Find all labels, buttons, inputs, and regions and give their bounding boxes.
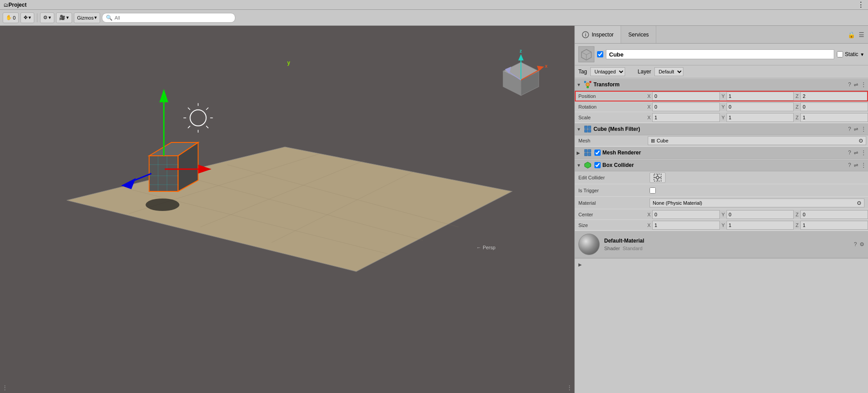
- hand-tool-btn[interactable]: ✋ 0: [3, 12, 19, 23]
- svg-marker-13: [149, 156, 178, 191]
- move-dropdown: ▾: [28, 15, 31, 20]
- material-section: Default-Material Shader Standard ? ⚙: [575, 231, 868, 258]
- expand-arrow[interactable]: ▶: [578, 262, 582, 267]
- inspector-tab-icon: i: [582, 31, 589, 38]
- shader-value: Standard: [622, 246, 642, 251]
- rotation-y-input[interactable]: [727, 102, 794, 111]
- mesh-row: Mesh ⊞ Cube ⊙: [575, 135, 868, 146]
- tab-services-label: Services: [628, 32, 649, 38]
- mesh-renderer-menu-btn[interactable]: ⋮: [861, 150, 866, 156]
- svg-rect-60: [588, 126, 591, 129]
- material-settings-btn[interactable]: ⚙: [860, 241, 864, 247]
- is-trigger-checkbox[interactable]: [650, 187, 656, 194]
- mesh-renderer-arrow[interactable]: [577, 150, 582, 155]
- edit-collider-btn[interactable]: [650, 172, 666, 183]
- search-input[interactable]: [114, 15, 231, 20]
- scale-label: Scale: [575, 115, 646, 120]
- static-dropdown-btn[interactable]: ▼: [860, 52, 864, 57]
- center-x-label: X: [646, 212, 652, 217]
- top-bar: 🗂 Project ⋮: [0, 0, 868, 10]
- expand-bottom-row: ▶: [575, 258, 868, 271]
- mesh-renderer-settings-btn[interactable]: ⇌: [854, 150, 858, 156]
- lock-btn[interactable]: 🔒: [847, 30, 856, 39]
- scene-3d[interactable]: y ← Persp z x: [0, 26, 574, 393]
- layer-select[interactable]: Default: [654, 67, 683, 76]
- size-z-input[interactable]: [800, 221, 868, 230]
- mesh-renderer-section-header: Mesh Renderer ? ⇌ ⋮: [575, 146, 868, 159]
- gizmos-btn[interactable]: Gizmos ▾: [74, 12, 100, 23]
- svg-text:← Persp: ← Persp: [476, 245, 496, 250]
- rotation-z-input[interactable]: [800, 102, 868, 111]
- camera-btn[interactable]: 🎥 ▾: [56, 12, 72, 23]
- mesh-filter-settings-btn[interactable]: ⇌: [854, 126, 858, 132]
- tab-menu-btn[interactable]: ☰: [858, 30, 865, 39]
- mesh-renderer-help-btn[interactable]: ?: [848, 150, 851, 156]
- svg-marker-67: [585, 162, 591, 168]
- rotation-label: Rotation: [575, 104, 646, 109]
- scale-y-input[interactable]: [727, 113, 794, 122]
- box-collider-enabled-checkbox[interactable]: [594, 162, 601, 168]
- tag-select[interactable]: Untagged: [590, 67, 625, 76]
- shader-row: Shader Standard: [604, 246, 849, 251]
- size-x-field: X: [646, 221, 720, 230]
- mesh-filter-title: Cube (Mesh Filter): [593, 126, 846, 132]
- tab-inspector-label: Inspector: [592, 32, 614, 38]
- physic-material-target-btn[interactable]: ⊙: [857, 200, 861, 206]
- position-z-input[interactable]: [800, 92, 868, 101]
- tools-btn[interactable]: ⚙ ▾: [40, 12, 54, 23]
- transform-menu-btn[interactable]: ⋮: [861, 81, 866, 88]
- size-values: X Y Z: [646, 221, 868, 230]
- center-z-field: Z: [794, 210, 868, 219]
- tab-inspector[interactable]: i Inspector: [575, 26, 621, 43]
- material-help-btn[interactable]: ?: [854, 241, 857, 247]
- size-z-field: Z: [794, 221, 868, 230]
- size-y-input[interactable]: [727, 221, 794, 230]
- edit-collider-row: Edit Collider: [575, 171, 868, 184]
- center-y-label: Y: [720, 212, 727, 217]
- camera-dropdown: ▾: [66, 15, 69, 20]
- transform-settings-btn[interactable]: ⇌: [854, 81, 858, 88]
- rotation-row: Rotation X Y Z: [575, 101, 868, 112]
- box-collider-help-btn[interactable]: ?: [848, 162, 851, 168]
- shader-label: Shader: [604, 246, 620, 251]
- move-tool-btn[interactable]: ✥ ▾: [20, 12, 34, 23]
- rotation-z-field: Z: [794, 102, 868, 111]
- tab-services[interactable]: Services: [621, 26, 656, 43]
- tag-label: Tag: [578, 69, 587, 75]
- center-y-input[interactable]: [727, 210, 794, 219]
- gizmos-label: Gizmos: [77, 15, 93, 20]
- rotation-z-label: Z: [794, 104, 800, 109]
- object-enabled-checkbox[interactable]: [597, 51, 603, 57]
- transform-help-btn[interactable]: ?: [848, 81, 851, 88]
- size-x-input[interactable]: [652, 221, 720, 230]
- center-z-input[interactable]: [800, 210, 868, 219]
- scale-x-field: X: [646, 113, 720, 122]
- rotation-values: X Y Z: [646, 102, 868, 111]
- scale-x-input[interactable]: [652, 113, 720, 122]
- mesh-target-btn[interactable]: ⊙: [859, 138, 863, 144]
- object-name-input[interactable]: [606, 49, 834, 59]
- transform-arrow[interactable]: [577, 82, 582, 87]
- svg-point-58: [587, 86, 589, 88]
- position-x-field: X: [646, 92, 720, 101]
- box-collider-settings-btn[interactable]: ⇌: [854, 162, 858, 168]
- mesh-icon: ⊞: [651, 138, 655, 144]
- scale-z-input[interactable]: [800, 113, 868, 122]
- mesh-filter-menu-btn[interactable]: ⋮: [861, 126, 866, 132]
- svg-text:y: y: [287, 60, 291, 66]
- object-preview-icon: [578, 46, 594, 62]
- static-checkbox[interactable]: [837, 51, 843, 57]
- center-x-input[interactable]: [652, 210, 720, 219]
- top-bar-menu-icon[interactable]: ⋮: [857, 0, 864, 9]
- rotation-x-input[interactable]: [652, 102, 720, 111]
- box-collider-arrow[interactable]: [577, 163, 582, 168]
- mesh-filter-arrow[interactable]: [577, 127, 582, 132]
- position-label: Position: [575, 93, 646, 99]
- box-collider-title: Box Collider: [602, 162, 846, 168]
- box-collider-menu-btn[interactable]: ⋮: [861, 162, 866, 168]
- mesh-renderer-enabled-checkbox[interactable]: [594, 150, 601, 156]
- tab-actions: 🔒 ☰: [847, 26, 868, 43]
- position-y-input[interactable]: [727, 92, 794, 101]
- mesh-filter-help-btn[interactable]: ?: [848, 126, 851, 132]
- position-x-input[interactable]: [652, 92, 720, 101]
